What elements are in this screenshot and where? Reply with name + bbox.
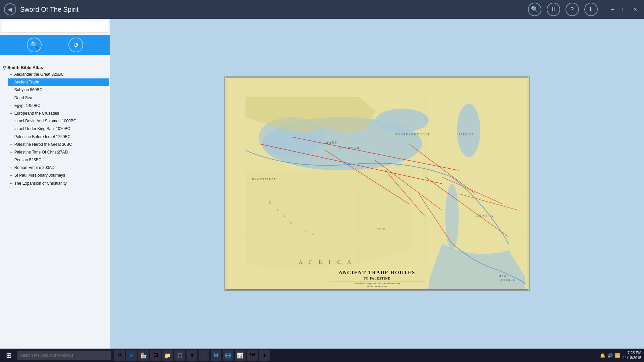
- list-item[interactable]: – Persian 525BC: [8, 156, 109, 164]
- item-label: Palestine Time Of Christ27AD: [14, 149, 68, 156]
- item-label: The Expansion of Christianity: [14, 180, 67, 187]
- item-label: Alexander the Great 325BC: [14, 71, 64, 78]
- item-label: Dead Sea: [14, 95, 32, 101]
- sidebar-icon-bar: 🔍 ↺: [0, 35, 110, 55]
- taskbar-app-media[interactable]: 🎵: [174, 350, 185, 361]
- taskbar-app-app1[interactable]: 📊: [235, 350, 246, 361]
- taskbar-app-edge[interactable]: e: [126, 350, 137, 361]
- taskbar-system-icons: 🔔 🔊 📶: [600, 353, 620, 358]
- tree-dash: –: [10, 141, 12, 148]
- list-item[interactable]: – Palestine Herod the Great 30BC: [8, 141, 109, 148]
- search-icon-btn[interactable]: 🔍: [27, 38, 42, 52]
- tree-dash: –: [10, 79, 12, 85]
- map-area: M A R E I N T E R N U M P O N T U S E U …: [110, 19, 644, 349]
- list-item[interactable]: – Dead Sea: [8, 94, 109, 102]
- start-button[interactable]: ⊞: [3, 349, 15, 361]
- tree-dash: –: [10, 134, 12, 140]
- tree-children: – Alexander the Great 325BC – Ancient Tr…: [8, 71, 109, 187]
- tree-dash: –: [10, 157, 12, 163]
- help-icon-button[interactable]: ?: [566, 3, 579, 16]
- taskbar-apps: ⧉ e 🏪 🖼 📁 🎵 ⬆ V M 🌐 📊 🗺 ✈: [114, 350, 270, 361]
- svg-text:P A R T H I A: P A R T H I A: [459, 133, 474, 136]
- sidebar: 🔍 ↺ ▽ Smith Bible Atlas – Alexander the …: [0, 19, 110, 349]
- svg-text:t: t: [305, 229, 306, 233]
- title-right: 🔍 ⏸ ? ℹ ─ □ ✕: [528, 3, 640, 16]
- volume-icon[interactable]: 🔊: [607, 353, 613, 358]
- svg-text:e: e: [290, 221, 292, 224]
- taskbar-app-explorer[interactable]: 📁: [162, 350, 173, 361]
- svg-text:M A R E: M A R E: [325, 141, 337, 144]
- map-container: M A R E I N T E R N U M P O N T U S E U …: [224, 76, 530, 291]
- item-label: Palestine Before Israel 1250BC: [14, 134, 70, 140]
- item-label: Egypt 1450BC: [14, 103, 40, 109]
- taskbar-app-app2[interactable]: 🗺: [247, 350, 258, 361]
- svg-text:D E S E: D E S E: [375, 228, 385, 231]
- svg-text:s: s: [284, 214, 285, 218]
- list-item[interactable]: – Egypt 1450BC: [8, 102, 109, 110]
- taskbar-app-photos[interactable]: 🖼: [150, 350, 161, 361]
- item-label: Israel David And Solomon 1000BC: [14, 118, 76, 124]
- svg-text:P O N T U S  E U X I N U S: P O N T U S E U X I N U S: [395, 133, 429, 136]
- item-label: Roman Empire 200AD: [14, 165, 55, 171]
- list-item[interactable]: – Alexander the Great 325BC: [8, 71, 109, 78]
- network-icon[interactable]: 📶: [615, 353, 620, 358]
- svg-text:e: e: [277, 207, 279, 211]
- taskbar-app-chrome[interactable]: 🌐: [223, 350, 233, 361]
- refresh-icon-btn[interactable]: ↺: [68, 38, 83, 52]
- svg-point-3: [375, 109, 429, 132]
- taskbar-clock[interactable]: 7:25 PM 11/18/2015: [623, 350, 641, 361]
- taskbar-app-taskview[interactable]: ⧉: [114, 350, 125, 361]
- taskbar-app-store[interactable]: 🏪: [138, 350, 149, 361]
- svg-text:I N T E R N U M: I N T E R N U M: [338, 146, 359, 149]
- item-label: Israel Under King Saul 1020BC: [14, 126, 70, 132]
- tree-dash: –: [10, 165, 12, 171]
- info-icon-button[interactable]: ℹ: [584, 3, 598, 16]
- taskbar: ⊞ ⧉ e 🏪 🖼 📁 🎵 ⬆ V M 🌐 📊 🗺 ✈ 🔔 🔊 📶 7:25 P…: [0, 349, 644, 362]
- search-icon-button[interactable]: 🔍: [528, 3, 541, 16]
- item-label: Palestine Herod the Great 30BC: [14, 141, 72, 148]
- svg-text:E R Y T H R E: E R Y T H R E: [499, 279, 515, 282]
- minimize-button[interactable]: ─: [608, 6, 617, 13]
- svg-text:are only approximate: are only approximate: [367, 285, 387, 288]
- item-label: Europeand the Crusades: [14, 110, 59, 117]
- tree-dash: –: [10, 180, 12, 187]
- svg-point-5: [445, 184, 459, 250]
- taskbar-app-vs[interactable]: V: [199, 350, 209, 361]
- taskbar-app-vb[interactable]: M: [211, 350, 221, 361]
- list-item[interactable]: – Palestine Before Israel 1250BC: [8, 133, 109, 141]
- list-item[interactable]: – Ancient Trade: [8, 78, 109, 86]
- taskbar-app-arrow[interactable]: ⬆: [186, 350, 197, 361]
- svg-text:ANCIENT TRADE ROUTES: ANCIENT TRADE ROUTES: [339, 270, 416, 275]
- title-left: ◀ Sword Of The Spirit: [4, 3, 78, 15]
- main-layout: 🔍 ↺ ▽ Smith Bible Atlas – Alexander the …: [0, 19, 644, 349]
- list-item[interactable]: – Palestine Time Of Christ27AD: [8, 148, 109, 156]
- tree-dash: –: [10, 149, 12, 156]
- list-item[interactable]: – Europeand the Crusades: [8, 110, 109, 117]
- close-button[interactable]: ✕: [631, 6, 640, 13]
- svg-text:TO PALESTINE: TO PALESTINE: [364, 277, 390, 280]
- list-item[interactable]: – St Paul Missionary Journeys: [8, 172, 109, 179]
- svg-point-4: [457, 104, 481, 157]
- svg-text:D: D: [268, 201, 271, 204]
- tree-root-text: Smith Bible Atlas: [7, 65, 43, 70]
- list-item[interactable]: – Israel David And Solomon 1000BC: [8, 117, 109, 125]
- list-item[interactable]: – Babylon 560BC: [8, 86, 109, 94]
- notification-icon[interactable]: 🔔: [600, 353, 605, 358]
- list-item[interactable]: – Israel Under King Saul 1020BC: [8, 125, 109, 133]
- tree-dash: –: [10, 126, 12, 132]
- app-title: Sword Of The Spirit: [20, 6, 78, 13]
- pause-icon-button[interactable]: ⏸: [547, 3, 560, 16]
- tree-dash: –: [10, 87, 12, 93]
- search-input[interactable]: [2, 21, 108, 33]
- taskbar-search-input[interactable]: [17, 351, 111, 360]
- maximize-button[interactable]: □: [620, 6, 628, 13]
- svg-text:The lines of voyage and travel: The lines of voyage and travel shown on …: [354, 282, 400, 285]
- tree-expand-icon: ▽: [3, 65, 6, 70]
- tree-root-label[interactable]: ▽ Smith Bible Atlas: [1, 64, 109, 71]
- taskbar-app-app3[interactable]: ✈: [259, 350, 270, 361]
- back-button[interactable]: ◀: [4, 3, 16, 15]
- map-svg: M A R E I N T E R N U M P O N T U S E U …: [225, 77, 529, 290]
- list-item[interactable]: – Roman Empire 200AD: [8, 164, 109, 172]
- svg-text:B A C T R I A N I A: B A C T R I A N I A: [252, 178, 275, 181]
- list-item[interactable]: – The Expansion of Christianity: [8, 180, 109, 187]
